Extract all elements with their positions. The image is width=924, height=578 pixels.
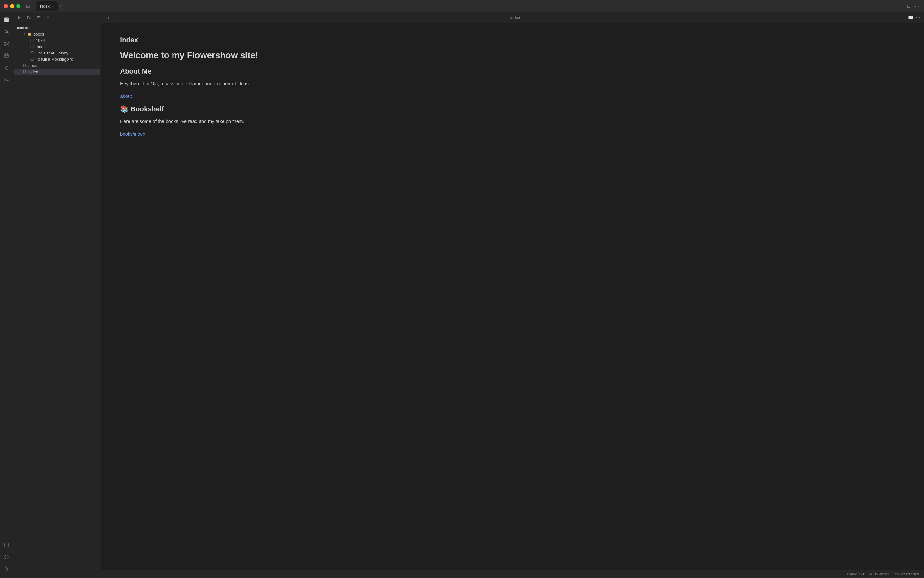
svg-point-6 xyxy=(5,45,5,45)
doc-about-me-text: Hey there! I'm Ola, a passionate learner… xyxy=(120,80,905,88)
editor-area: ‹ › index 📖 ⋯ index Welcome to my Flower… xyxy=(101,12,924,578)
svg-point-4 xyxy=(5,42,5,43)
maximize-button[interactable] xyxy=(16,4,20,8)
editor-toolbar-right: 📖 ⋯ xyxy=(908,15,920,20)
doc-books-link-wrapper: books/index xyxy=(120,130,905,138)
svg-rect-12 xyxy=(5,54,8,58)
books-folder-icon xyxy=(27,31,32,36)
doc-h1: Welcome to my Flowershow site! xyxy=(120,50,905,60)
sidebar-item-about[interactable]: about xyxy=(15,62,100,68)
sort-icon[interactable] xyxy=(35,13,43,22)
sidebar-item-index[interactable]: index xyxy=(15,68,100,75)
settings-icon xyxy=(4,567,9,572)
activity-item-help[interactable] xyxy=(1,552,12,562)
activity-item-search[interactable] xyxy=(1,26,12,37)
about-label: about xyxy=(28,63,39,68)
svg-rect-38 xyxy=(31,45,33,48)
index-label: index xyxy=(28,70,38,74)
editor-breadcrumb: index xyxy=(126,15,904,20)
titlebar-icons: ⊟ xyxy=(26,3,30,8)
split-editor-icon[interactable]: ⊡ xyxy=(907,3,911,8)
svg-point-3 xyxy=(6,43,7,44)
calendar-icon xyxy=(4,53,9,58)
file-icon-mockingbird xyxy=(29,57,35,62)
gatsby-label: The Great Gatsby xyxy=(36,50,68,55)
editor-content: index Welcome to my Flowershow site! Abo… xyxy=(101,23,924,570)
svg-rect-41 xyxy=(23,64,26,67)
file-icon-gatsby xyxy=(29,50,35,55)
books-index-label: index xyxy=(36,44,45,49)
activity-bar xyxy=(0,12,13,578)
sidebar-toolbar xyxy=(13,12,101,23)
svg-point-1 xyxy=(5,30,7,33)
close-button[interactable] xyxy=(4,4,8,8)
activity-item-backlinks[interactable] xyxy=(1,540,12,550)
svg-line-11 xyxy=(7,44,8,45)
forward-button[interactable]: › xyxy=(116,14,123,21)
word-count: 35 words xyxy=(874,572,889,576)
sidebar-item-books[interactable]: ▾ books xyxy=(15,31,100,37)
file-icon-about xyxy=(22,63,27,68)
search-icon xyxy=(4,29,9,34)
back-button[interactable]: ‹ xyxy=(105,14,112,21)
doc-about-link-wrapper: about xyxy=(120,93,905,100)
tab-close-icon[interactable]: × xyxy=(52,4,53,8)
graph-icon xyxy=(4,41,9,46)
more-menu-icon[interactable]: ⋯ xyxy=(916,15,920,20)
traffic-lights xyxy=(4,4,20,8)
activity-item-explorer[interactable] xyxy=(1,15,12,25)
sidebar: content ▾ books 1984 i xyxy=(13,12,101,578)
svg-rect-42 xyxy=(23,70,26,73)
svg-rect-37 xyxy=(31,39,33,42)
collapse-icon[interactable] xyxy=(44,13,52,22)
activity-bottom xyxy=(1,540,12,578)
doc-books-link[interactable]: books/index xyxy=(120,131,145,136)
svg-point-24 xyxy=(6,568,7,570)
sidebar-item-books-index[interactable]: index xyxy=(15,44,100,50)
titlebar: ⊟ index × + ⊡ ⋯ xyxy=(0,0,924,12)
titlebar-right: ⊡ ⋯ xyxy=(907,3,919,9)
tab-index[interactable]: index × xyxy=(36,1,58,11)
activity-item-copy[interactable] xyxy=(1,62,12,73)
activity-item-graph[interactable] xyxy=(1,38,12,49)
activity-item-settings[interactable] xyxy=(1,563,12,574)
svg-rect-39 xyxy=(31,52,33,54)
tab-add-button[interactable]: + xyxy=(60,3,62,9)
reading-mode-icon[interactable]: 📖 xyxy=(908,15,913,20)
file-icon-books-index xyxy=(29,44,35,49)
doc-about-me-heading: About Me xyxy=(120,67,905,75)
minimize-button[interactable] xyxy=(10,4,14,8)
svg-point-5 xyxy=(8,42,8,43)
1984-label: 1984 xyxy=(36,38,45,43)
activity-item-terminal[interactable] xyxy=(1,74,12,85)
sidebar-item-1984[interactable]: 1984 xyxy=(15,37,100,44)
svg-line-8 xyxy=(5,43,6,44)
doc-bookshelf-text: Here are some of the books I've read and… xyxy=(120,118,905,125)
status-chars: 218 characters xyxy=(894,572,919,576)
svg-line-2 xyxy=(7,32,8,34)
svg-rect-16 xyxy=(6,67,8,70)
activity-item-calendar[interactable] xyxy=(1,50,12,61)
doc-filename: index xyxy=(120,36,905,44)
help-icon xyxy=(4,554,9,559)
file-icon-index xyxy=(22,69,27,74)
file-icon-1984 xyxy=(29,38,35,43)
new-folder-icon[interactable] xyxy=(25,13,33,22)
sidebar-toggle-icon[interactable]: ⊟ xyxy=(26,3,30,8)
new-file-icon[interactable] xyxy=(16,13,24,22)
tree-section-content: content xyxy=(13,25,101,31)
status-backlinks: 0 backlinks xyxy=(846,572,864,576)
more-options-icon[interactable]: ⋯ xyxy=(914,3,919,9)
doc-about-link[interactable]: about xyxy=(120,93,132,99)
doc-bookshelf-heading: 📚 Bookshelf xyxy=(120,105,905,113)
svg-rect-40 xyxy=(31,58,33,61)
sidebar-item-mockingbird[interactable]: To Kill a Mockingbird xyxy=(15,56,100,62)
terminal-icon xyxy=(4,77,9,82)
char-count: 218 characters xyxy=(894,572,919,576)
editor-toolbar: ‹ › index 📖 ⋯ xyxy=(101,12,924,23)
svg-line-9 xyxy=(7,43,8,44)
sidebar-item-great-gatsby[interactable]: The Great Gatsby xyxy=(15,50,100,56)
backlinks-count: 0 backlinks xyxy=(846,572,864,576)
tabs-bar: index × + xyxy=(36,1,920,11)
svg-line-10 xyxy=(5,44,6,45)
